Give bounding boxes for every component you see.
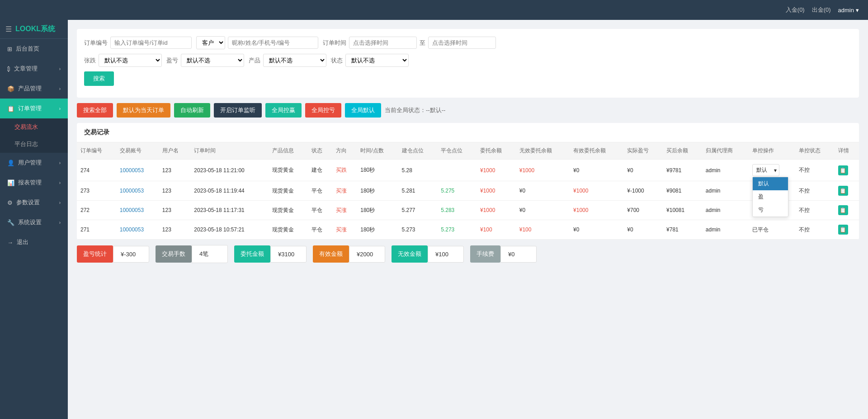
status-select[interactable]: 默认不选 (345, 54, 409, 67)
cell-control-status: 不控 (795, 181, 835, 201)
col-control: 单控操作 (749, 142, 795, 160)
table-row: 274 10000053 123 2023-05-18 11:21:00 现货黄… (77, 160, 859, 181)
valid-summary-label: 有效金额 (313, 245, 349, 263)
cell-status: 建仓 (308, 160, 332, 181)
product-select[interactable]: 默认不选 (263, 54, 326, 67)
sidebar-item-label: 订单管理 (18, 104, 42, 113)
cell-detail: 📋 (835, 181, 859, 201)
global-loss-button[interactable]: 全局控亏 (305, 103, 341, 118)
cell-id: 271 (77, 220, 116, 240)
sidebar-item-article[interactable]: ₿ 文章管理 › (0, 59, 68, 79)
detail-icon-273[interactable]: 📋 (838, 186, 848, 196)
zhang-e-select[interactable]: 默认不选 (99, 54, 162, 67)
sidebar-item-system[interactable]: 🔧 系统设置 › (0, 212, 68, 232)
cell-username: 123 (159, 220, 190, 240)
zhang-e-label: 张跌 (84, 56, 96, 65)
status-label: 状态 (331, 56, 343, 65)
cell-product: 现货黄金 (269, 201, 308, 220)
chevron-right-icon: › (59, 66, 61, 71)
filter-row-1: 订单编号 客户 代理 订单时间 至 (84, 36, 852, 49)
sidebar-item-label: 系统设置 (18, 218, 42, 226)
sidebar-item-params[interactable]: ⚙ 参数设置 › (0, 193, 68, 212)
cell-entrust: ¥1000 (476, 201, 516, 220)
date-end-input[interactable] (428, 37, 496, 49)
cell-control-status: 不控 (795, 160, 835, 181)
date-start-input[interactable] (349, 37, 417, 49)
cell-time-points: 180秒 (357, 201, 398, 220)
chevron-right-icon: › (59, 200, 61, 205)
current-status-text: 当前全局状态：--默认-- (385, 106, 445, 114)
order-no-input[interactable] (110, 37, 192, 49)
col-valid-entrust: 有效委托余额 (570, 142, 623, 160)
detail-icon-272[interactable]: 📋 (838, 205, 848, 215)
cell-status: 平仓 (308, 220, 332, 240)
sidebar-item-product-inner: 📦 产品管理 (7, 85, 42, 93)
cell-valid-entrust: ¥1000 (570, 201, 623, 220)
col-close-price: 平仓点位 (437, 142, 476, 160)
dropdown-item-default[interactable]: 默认 (753, 177, 788, 190)
sidebar-sub-item-flow[interactable]: 交易流水 (0, 118, 68, 136)
summary-fee: 手续费 ¥0 (470, 245, 540, 263)
report-icon: 📊 (7, 179, 14, 186)
global-confirm-button[interactable]: 全局默认 (345, 103, 381, 118)
admin-menu[interactable]: admin ▾ (838, 7, 859, 14)
cell-agent: admin (702, 201, 749, 220)
search-button[interactable]: 搜索 (84, 71, 114, 86)
sidebar-item-dashboard[interactable]: ⊞ 后台首页 (0, 39, 68, 59)
customer-type-select[interactable]: 客户 代理 (196, 36, 225, 49)
cell-status: 平仓 (308, 181, 332, 201)
open-monitor-button[interactable]: 开启订单监听 (214, 103, 262, 118)
detail-icon-271[interactable]: 📋 (838, 225, 848, 235)
cell-direction: 买涨 (332, 220, 357, 240)
entrust-summary-value: ¥3100 (270, 246, 307, 263)
table-row: 273 10000053 123 2023-05-18 11:19:44 现货黄… (77, 181, 859, 201)
cell-order-time: 2023-05-18 11:21:00 (190, 160, 269, 181)
chevron-right-icon: › (59, 160, 61, 165)
set-today-button[interactable]: 默认为当天订单 (117, 103, 170, 118)
detail-icon-274[interactable]: 📋 (838, 165, 848, 175)
cell-agent: admin (702, 160, 749, 181)
cell-open-price: 5.273 (398, 220, 438, 240)
control-dropdown-trigger-274[interactable]: 默认 ▾ (752, 164, 779, 176)
hamburger-icon[interactable]: ☰ (5, 25, 12, 33)
summary-valid: 有效金额 ¥2000 (313, 245, 389, 263)
cell-actual-profit: ¥700 (623, 201, 663, 220)
sidebar-item-params-inner: ⚙ 参数设置 (7, 198, 40, 207)
cell-after-buy: ¥9081 (663, 181, 702, 201)
summary-trade-count: 交易手数 4笔 (156, 245, 231, 263)
sidebar-item-logout[interactable]: → 退出 (0, 232, 68, 252)
page-wrapper: ☰ LOOKL系统 ⊞ 后台首页 ₿ 文章管理 › 📦 产品管理 › (0, 0, 868, 419)
sidebar-item-user-inner: 👤 用户管理 (7, 159, 42, 167)
sidebar-item-report[interactable]: 📊 报表管理 › (0, 173, 68, 193)
chu-link[interactable]: 出金(0) (812, 6, 831, 14)
ying-kui-group: 盈亏 默认不选 (166, 54, 244, 67)
customer-search-input[interactable] (228, 37, 318, 49)
cell-account: 10000053 (116, 201, 159, 220)
date-separator: 至 (420, 39, 425, 47)
cell-order-time: 2023-05-18 11:17:31 (190, 201, 269, 220)
dropdown-item-win[interactable]: 盈 (753, 190, 788, 203)
cell-control-status: 不控 (795, 220, 835, 240)
ying-kui-summary-label: 盈亏统计 (77, 245, 113, 263)
chevron-right-icon: › (59, 180, 61, 185)
cell-valid-entrust: ¥1000 (570, 181, 623, 201)
sidebar-item-order[interactable]: 📋 订单管理 › (0, 99, 68, 118)
search-all-button[interactable]: 搜索全部 (77, 103, 113, 118)
jin-link[interactable]: 入金(0) (786, 6, 805, 14)
col-invalid-entrust: 无效委托余额 (516, 142, 570, 160)
header-row: 订单编号 交易账号 用户名 订单时间 产品信息 状态 方向 时间/点数 建仓点位… (77, 142, 859, 160)
cell-time-points: 180秒 (357, 220, 398, 240)
sidebar-sub-item-log[interactable]: 平台日志 (0, 136, 68, 153)
auto-refresh-button[interactable]: 自动刷新 (174, 103, 210, 118)
cell-open-price: 5.277 (398, 201, 438, 220)
sidebar-item-product[interactable]: 📦 产品管理 › (0, 79, 68, 99)
logo-area[interactable]: ☰ LOOKL系统 (0, 20, 68, 39)
sidebar-item-user[interactable]: 👤 用户管理 › (0, 153, 68, 173)
dropdown-item-loss[interactable]: 亏 (753, 203, 788, 217)
header-actions: 入金(0) 出金(0) admin ▾ (786, 6, 859, 14)
ying-kui-select[interactable]: 默认不选 (181, 54, 244, 67)
table-row: 272 10000053 123 2023-05-18 11:17:31 现货黄… (77, 201, 859, 220)
global-win-button[interactable]: 全局控赢 (265, 103, 302, 118)
cell-entrust: ¥1000 (476, 181, 516, 201)
cell-account: 10000053 (116, 160, 159, 181)
